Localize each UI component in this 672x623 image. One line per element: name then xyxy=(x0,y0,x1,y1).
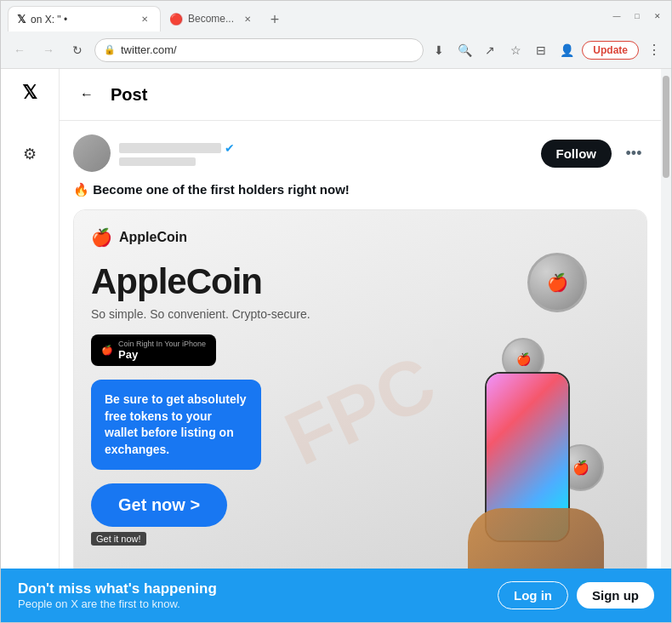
post-header: ← Post xyxy=(60,69,661,121)
new-tab-button[interactable]: + xyxy=(263,8,287,31)
forward-button[interactable]: → xyxy=(37,38,60,62)
reload-button[interactable]: ↻ xyxy=(65,38,89,62)
window-controls: — □ ✕ xyxy=(610,9,664,23)
get-now-button[interactable]: Get now > xyxy=(91,483,227,527)
x-layout: 𝕏 ⚙ ← Post xyxy=(1,69,661,569)
apple-pay-text-block: Coin Right In Your iPhone Pay xyxy=(118,340,206,361)
avatar xyxy=(73,134,111,172)
apple-pay-badge: 🍎 Coin Right In Your iPhone Pay xyxy=(91,334,216,366)
card-title: AppleCoin xyxy=(91,261,387,302)
toolbar-right: ⬇ 🔍 ↗ ☆ ⊟ 👤 Update ⋮ xyxy=(429,40,664,60)
update-button[interactable]: Update xyxy=(582,41,639,60)
scrollbar-track[interactable] xyxy=(661,69,671,569)
phone-mockup-area xyxy=(442,355,629,569)
tab-close-icon[interactable]: ✕ xyxy=(138,13,151,26)
more-options-button[interactable]: ••• xyxy=(620,140,647,167)
minimize-button[interactable]: — xyxy=(610,9,624,23)
apple-pay-main: Pay xyxy=(118,348,138,361)
signup-button[interactable]: Sign up xyxy=(577,582,654,609)
promo-bubble: Be sure to get absolutely free tokens to… xyxy=(91,380,261,470)
address-text: twitter.com/ xyxy=(121,43,414,56)
verified-badge: ✔ xyxy=(225,141,235,155)
page-content: 𝕏 ⚙ ← Post xyxy=(1,69,671,569)
avatar-image xyxy=(73,134,111,172)
browser-window: 𝕏 on X: " • ✕ 🔴 Become... ✕ + — □ ✕ ← → … xyxy=(0,0,672,623)
tab2-label: Become... xyxy=(188,13,234,25)
author-name-row: ✔ xyxy=(119,141,532,155)
sidebar-settings-icon[interactable]: ⚙ xyxy=(13,137,47,171)
back-button[interactable]: ← xyxy=(8,38,31,62)
tab-favicon: 𝕏 xyxy=(17,13,26,26)
post-title: Post xyxy=(111,85,147,105)
apple-icon: 🍎 xyxy=(101,345,113,356)
apple-logo-icon: 🍎 xyxy=(91,227,112,248)
post-card: FPC 🍎 AppleCoin xyxy=(73,209,647,569)
login-button[interactable]: Log in xyxy=(498,581,568,609)
bottom-bar-subtitle: People on X are the first to know. xyxy=(18,597,217,610)
apple-coin-card: FPC 🍎 AppleCoin xyxy=(74,210,646,569)
card-left: 🍎 AppleCoin AppleCoin So simple. So conv… xyxy=(91,227,387,546)
title-bar: 𝕏 on X: " • ✕ 🔴 Become... ✕ + — □ ✕ xyxy=(1,1,671,31)
tab-strip: 𝕏 on X: " • ✕ 🔴 Become... ✕ + xyxy=(8,1,605,31)
x-sidebar: 𝕏 ⚙ xyxy=(1,69,59,569)
lock-icon: 🔒 xyxy=(104,44,116,55)
bottom-signup-bar: Don't miss what's happening People on X … xyxy=(1,569,671,622)
card-content: 🍎 AppleCoin AppleCoin So simple. So conv… xyxy=(91,227,629,569)
browser-toolbar: ← → ↻ 🔒 twitter.com/ ⬇ 🔍 ↗ ☆ ⊟ 👤 Update … xyxy=(1,31,671,69)
split-view-icon[interactable]: ⊟ xyxy=(531,40,551,60)
coin-decoration-1: 🍎 xyxy=(527,253,587,312)
tab-label: on X: " • xyxy=(31,14,67,26)
x-logo: 𝕏 xyxy=(13,76,47,110)
bubble-text: Be sure to get absolutely free tokens to… xyxy=(105,392,246,456)
post-text: 🔥 Become one of the first holders right … xyxy=(73,182,647,197)
get-now-wrapper: Get now > Get it now! xyxy=(91,483,387,546)
author-name xyxy=(119,143,221,153)
bookmark-icon[interactable]: ☆ xyxy=(505,40,526,60)
brand-name: AppleCoin xyxy=(119,230,187,245)
download-icon[interactable]: ⬇ xyxy=(429,40,449,60)
close-button[interactable]: ✕ xyxy=(651,9,664,23)
scrollbar-thumb[interactable] xyxy=(663,76,669,178)
maximize-button[interactable]: □ xyxy=(630,9,644,23)
author-handle xyxy=(119,157,196,166)
card-tagline: So simple. So convenient. Crypto-secure. xyxy=(91,307,387,321)
author-row: ✔ Follow ••• xyxy=(73,134,647,172)
tab2-favicon: 🔴 xyxy=(169,13,183,26)
browser-menu-button[interactable]: ⋮ xyxy=(644,40,664,60)
brand-header: 🍎 AppleCoin xyxy=(91,227,387,248)
phone-hand xyxy=(468,372,621,569)
address-bar[interactable]: 🔒 twitter.com/ xyxy=(94,38,424,62)
x-main: ← Post ✔ xyxy=(59,69,661,569)
bottom-bar-actions: Log in Sign up xyxy=(498,581,654,609)
active-tab[interactable]: 𝕏 on X: " • ✕ xyxy=(8,6,161,31)
apple-pay-sub: Coin Right In Your iPhone xyxy=(118,340,206,348)
bottom-bar-title: Don't miss what's happening xyxy=(18,580,217,597)
tab2-close-icon[interactable]: ✕ xyxy=(241,12,254,26)
bottom-bar-text: Don't miss what's happening People on X … xyxy=(18,580,217,610)
hand xyxy=(468,508,604,569)
get-it-now-label: Get it now! xyxy=(91,532,146,546)
profile-icon[interactable]: 👤 xyxy=(556,40,577,60)
inactive-tab[interactable]: 🔴 Become... ✕ xyxy=(161,6,263,31)
follow-button[interactable]: Follow xyxy=(541,140,612,168)
search-icon[interactable]: 🔍 xyxy=(454,40,475,60)
author-info: ✔ xyxy=(119,141,532,166)
post-body: ✔ Follow ••• 🔥 Become one of the first h… xyxy=(60,121,661,569)
post-back-button[interactable]: ← xyxy=(73,81,100,108)
share-icon[interactable]: ↗ xyxy=(480,40,500,60)
